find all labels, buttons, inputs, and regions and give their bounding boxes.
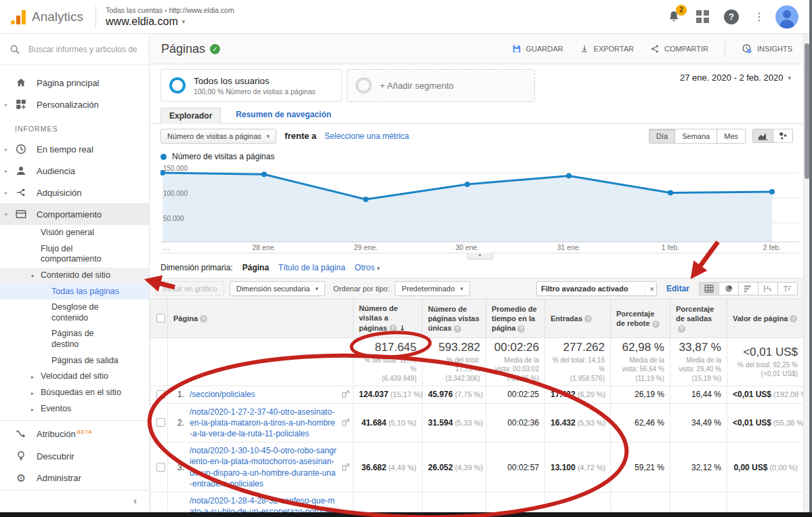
sidebar-item-editor[interactable]: ▸ Editor <box>0 417 149 420</box>
motion-chart-toggle[interactable] <box>773 129 793 143</box>
metric-selector-dropdown[interactable]: Número de visitas a páginas ▾ <box>161 129 276 144</box>
entrances-value: 13.100 <box>551 463 576 472</box>
sidebar-item-salida[interactable]: Páginas de salida <box>0 353 149 369</box>
col-salidas[interactable]: Porcentaje de salidas? <box>670 299 727 337</box>
apps-grid-button[interactable] <box>696 10 709 23</box>
date-range-selector[interactable]: 27 ene. 2020 - 2 feb. 2020 ▾ <box>680 73 791 83</box>
sidebar-item-descubrir[interactable]: Descubrir <box>0 445 149 467</box>
row-checkbox[interactable] <box>156 418 165 427</box>
overflow-menu-button[interactable]: ⋮ <box>754 10 761 23</box>
edit-filter-link[interactable]: Editar <box>666 284 689 293</box>
col-pagina[interactable]: Página? <box>168 299 354 337</box>
granularity-week-button[interactable]: Semana <box>675 129 717 144</box>
sidebar-search[interactable] <box>0 34 149 65</box>
advanced-filter-box[interactable]: × <box>536 281 657 296</box>
line-chart-toggle[interactable] <box>752 129 773 143</box>
chart-plot[interactable] <box>161 166 799 243</box>
sidebar-item-acquisition[interactable]: ▸ Adquisición <box>0 182 149 203</box>
table-view-button[interactable] <box>699 282 719 295</box>
filter-input[interactable] <box>541 285 645 293</box>
row-checkbox[interactable] <box>156 463 165 472</box>
sort-type-dropdown[interactable]: Predeterminado ▾ <box>395 281 470 296</box>
insights-button[interactable]: INSIGHTS <box>742 43 792 54</box>
select-all-checkbox[interactable] <box>156 314 165 323</box>
col-unicas[interactable]: Número de páginas vistas únicas? <box>423 299 486 337</box>
external-link-icon[interactable] <box>342 419 349 426</box>
sidebar-item-contenido[interactable]: ▾ Contenido del sitio <box>0 268 149 284</box>
sidebar-item-eventos[interactable]: ▸ Eventos <box>0 401 149 417</box>
comparison-view-button[interactable] <box>758 282 778 295</box>
avatar[interactable] <box>775 5 798 28</box>
sidebar-item-audience[interactable]: ▸ Audiencia <box>0 160 149 182</box>
col-visitas[interactable]: Número de visitas a páginas?↓ <box>354 299 423 337</box>
help-icon[interactable]: ? <box>454 325 461 333</box>
sidebar-item-flujo[interactable]: Flujo del comportamiento <box>0 241 135 268</box>
sidebar-item-realtime[interactable]: ▸ En tiempo real <box>0 138 149 160</box>
percentage-view-button[interactable] <box>719 282 739 295</box>
dimension-titulo-link[interactable]: Título de la página <box>278 263 345 272</box>
notifications-button[interactable]: 2 <box>666 9 681 24</box>
search-input[interactable] <box>28 45 137 54</box>
tab-resumen-navegacion[interactable]: Resumen de navegación <box>236 110 331 123</box>
secondary-dimension-dropdown[interactable]: Dimensión secundaria ▾ <box>230 281 325 296</box>
help-icon[interactable]: ? <box>517 325 525 333</box>
sidebar-collapse-button[interactable]: ‹ <box>0 490 149 510</box>
table-toolbar: Incluir en gráfico Dimensión secundaria … <box>150 278 803 299</box>
page-url-link[interactable]: /nota/2020-1-27-2-37-40-otro-asesinato-e… <box>190 407 337 440</box>
segment-all-users[interactable]: Todos los usuarios 100,00 % Número de vi… <box>161 69 342 102</box>
page-url-link[interactable]: /nota/2020-1-28-4-28-32-confeso-que-mato… <box>190 495 337 512</box>
dimension-otros-link[interactable]: Otros ▾ <box>355 263 380 272</box>
sidebar-item-home[interactable]: Página principal <box>0 72 149 94</box>
sidebar-item-label: Comportamiento <box>37 209 102 220</box>
help-icon[interactable]: ? <box>200 315 207 323</box>
help-icon[interactable]: ? <box>652 320 660 328</box>
help-icon[interactable]: ? <box>389 325 397 332</box>
sidebar-item-vision-general[interactable]: Visión general <box>0 225 149 241</box>
sidebar-item-atribucion[interactable]: AtribuciónBETA <box>0 423 149 445</box>
scrollbar-thumb[interactable] <box>805 43 809 179</box>
sidebar-section-informes: INFORMES <box>0 115 149 138</box>
share-button[interactable]: COMPARTIR <box>650 44 708 54</box>
timeline-drag-handle[interactable]: ▾ <box>467 253 493 260</box>
help-button[interactable]: ? <box>724 9 739 24</box>
sidebar-item-todas-las-paginas[interactable]: Todas las páginas <box>0 284 149 300</box>
caret-right-icon: ▸ <box>5 146 7 152</box>
col-rebote[interactable]: Porcentaje de rebote? <box>611 299 670 337</box>
pie-view-icon <box>724 285 733 293</box>
granularity-month-button[interactable]: Mes <box>717 129 746 144</box>
page-url-link[interactable]: /nota/2020-1-30-10-45-0-otro-robo-sangri… <box>190 445 337 489</box>
help-icon[interactable]: ? <box>790 315 797 323</box>
export-button[interactable]: EXPORTAR <box>580 44 635 54</box>
close-icon[interactable]: × <box>645 284 655 294</box>
external-link-icon[interactable] <box>342 463 349 471</box>
row-checkbox[interactable] <box>156 390 165 399</box>
sidebar-item-velocidad[interactable]: ▸ Velocidad del sitio <box>0 369 149 385</box>
sidebar-item-administrar[interactable]: ⚙ Administrar <box>0 467 149 489</box>
vertical-scrollbar[interactable] <box>803 34 809 512</box>
sidebar-item-behavior[interactable]: ▾ Comportamiento <box>0 203 149 225</box>
granularity-day-button[interactable]: Día <box>649 129 675 144</box>
help-icon[interactable]: ? <box>584 315 592 323</box>
sidebar-item-personalization[interactable]: ▸ Personalización <box>0 94 149 115</box>
save-button[interactable]: GUARDAR <box>512 44 563 54</box>
dimension-pagina[interactable]: Página <box>242 263 269 272</box>
sidebar-item-desglose[interactable]: Desglose de contenido <box>0 299 129 326</box>
performance-view-button[interactable] <box>739 282 758 295</box>
help-icon[interactable]: ? <box>678 325 685 333</box>
tab-explorador[interactable]: Explorador <box>161 108 221 124</box>
col-valor[interactable]: Valor de página? <box>727 299 804 337</box>
external-link-icon[interactable] <box>342 390 349 398</box>
select-metric-link[interactable]: Seleccione una métrica <box>324 131 409 141</box>
add-segment-button[interactable]: + Añadir segmento <box>347 69 535 102</box>
analytics-logo[interactable]: Analytics <box>0 9 95 24</box>
account-selector[interactable]: www.eldia.com ▾ <box>106 16 234 28</box>
col-promedio[interactable]: Promedio de tiempo en la página? <box>486 299 545 337</box>
total-unique: 593.282 <box>428 341 480 354</box>
col-entradas[interactable]: Entradas? <box>545 299 611 337</box>
pivot-view-button[interactable] <box>778 282 798 295</box>
page-value-pct: (0,00 %) <box>769 463 798 472</box>
sidebar-item-destino[interactable]: Páginas de destino <box>0 326 129 352</box>
page-url-link[interactable]: /seccion/policiales <box>190 389 255 400</box>
unique-value: 31.594 <box>428 418 453 428</box>
sidebar-item-busquedas[interactable]: ▸ Búsquedas en el sitio <box>0 385 135 401</box>
